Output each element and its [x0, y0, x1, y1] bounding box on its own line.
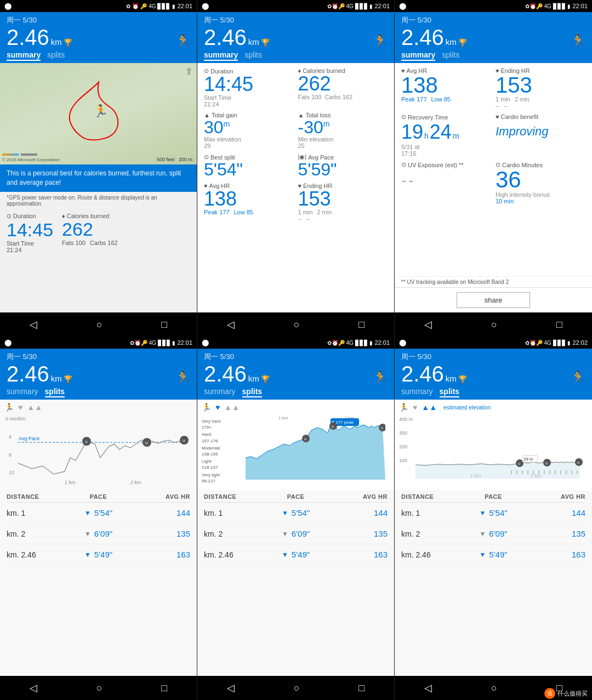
- home-btn-4[interactable]: ○: [96, 682, 103, 694]
- split-pace-col-1-3: ▼ 5'49": [45, 550, 152, 559]
- home-btn-1[interactable]: ○: [96, 319, 103, 331]
- run-icon-chart-1: 🏃: [4, 403, 14, 412]
- tab-summary-5[interactable]: summary: [204, 387, 236, 397]
- date-1: 周一 5/30: [7, 15, 190, 25]
- status-icons-3: ✿⏰🔑 4G ▊▊▊ ▮ 22:01: [525, 3, 588, 9]
- sh-pace: PACE: [45, 493, 152, 500]
- key-icon: 🔑: [140, 3, 147, 9]
- ending-hr-col-2: ♥ Ending HR 153 1 min 2 min -- --: [298, 183, 388, 222]
- trophy-icon-3: 🏆: [458, 38, 467, 47]
- back-btn-2[interactable]: ◁: [227, 318, 235, 331]
- tab-splits-5[interactable]: splits: [242, 387, 263, 397]
- date-4: 周一 5/30: [7, 352, 190, 362]
- calories-value: 262: [62, 219, 118, 240]
- panel-2: ⬤ ✿⏰🔑 4G ▊▊▊ ▮ 22:01 周一 5/30 2.46 km 🏆 🏃: [197, 0, 395, 337]
- start-time-val: 21:24: [7, 247, 53, 253]
- tab-splits-6[interactable]: splits: [440, 387, 460, 397]
- tab-summary-6[interactable]: summary: [401, 387, 433, 397]
- tab-summary-2[interactable]: summary: [204, 50, 238, 61]
- zone-light: Light118-137: [202, 458, 246, 470]
- avg-hr-col-2: ♥ Avg HR 138 Peak 177 Low 85: [204, 183, 294, 222]
- square-btn-5[interactable]: □: [358, 682, 365, 694]
- scale-feet: 500 feet: [157, 157, 175, 162]
- uv-note: ** UV tracking available on Microsoft Ba…: [395, 276, 592, 287]
- elev-chart-svg: 400 m 300 200 100 1 km 2 km u 2: [399, 413, 585, 479]
- date-2: 周一 5/30: [204, 15, 388, 25]
- status-bar-6: ⬤ ✿⏰🔑 4G ▊▊▊ ▮ 22:02: [395, 337, 592, 349]
- header-1: 周一 5/30 2.46 km 🏆 🏃 summary splits: [0, 12, 197, 63]
- signal-4g: 4G: [149, 3, 156, 9]
- svg-text:12: 12: [9, 470, 14, 475]
- header-3: 周一 5/30 2.46 km 🏆 🏃 summary splits: [395, 12, 592, 63]
- tab-splits-2[interactable]: splits: [244, 50, 262, 61]
- band-icon-3: ⬤: [399, 2, 406, 10]
- bottom-nav-4: ◁ ○ □: [0, 676, 197, 700]
- dist-unit-2: km: [248, 37, 259, 47]
- avg-pace-col: |◉| Avg Pace 5'59": [298, 153, 388, 178]
- back-btn-3[interactable]: ◁: [424, 318, 432, 331]
- loss-col: ▲ Total loss -30m Min elevation 25: [298, 112, 388, 149]
- mountain-icon-chart-1: ▲▲: [27, 403, 42, 412]
- duration-col: ⊙ Duration 14:45 Start Time 21:24: [7, 213, 53, 253]
- loss-unit: m: [323, 119, 330, 128]
- mountain-icon-chart-2: ▲▲: [224, 403, 240, 412]
- tab-splits-4[interactable]: splits: [45, 387, 65, 397]
- run-icon-3: 🏃: [571, 34, 585, 48]
- dist-num-3: 2.46: [401, 25, 444, 49]
- header-5: 周一 5/30 2.46 km 🏆 🏃 summary splits: [197, 349, 394, 400]
- ending-hr-val-2: 153: [298, 189, 388, 209]
- watermark-icon: 值: [544, 688, 555, 699]
- tab-summary-3[interactable]: summary: [401, 50, 435, 61]
- back-btn-5[interactable]: ◁: [227, 682, 235, 694]
- cardio-min-val: 36: [496, 168, 585, 191]
- tab-splits-1[interactable]: splits: [47, 50, 65, 61]
- fats-carbs: Fats 100 Carbs 162: [62, 240, 118, 246]
- back-btn-4[interactable]: ◁: [30, 682, 37, 694]
- zone-very-hard: Very hard176+: [202, 418, 246, 430]
- home-btn-6[interactable]: ○: [491, 682, 497, 694]
- battery: ▮: [172, 3, 175, 9]
- tab-summary-1[interactable]: summary: [7, 50, 41, 61]
- back-btn-1[interactable]: ◁: [30, 318, 37, 331]
- time-4: 22:01: [177, 339, 192, 346]
- svg-text:u: u: [381, 426, 383, 430]
- svg-text:1 km: 1 km: [278, 416, 288, 420]
- cardio-min-col: ⊙ Cardio Minutes 36 High intensity bonus…: [496, 161, 585, 204]
- start-time: Start Time: [7, 240, 53, 247]
- bottom-nav-1: ◁ ○ □: [0, 312, 197, 337]
- svg-text:1 km: 1 km: [65, 480, 76, 485]
- hr-zone-labels: Very hard176+ Hard157-176 Moderate138-15…: [202, 414, 246, 484]
- zone-hard: Hard157-176: [202, 431, 246, 443]
- run-icon-1: 🏃: [175, 34, 190, 48]
- home-btn-2[interactable]: ○: [294, 319, 300, 331]
- square-btn-4[interactable]: □: [161, 682, 167, 694]
- svg-text:u: u: [145, 440, 147, 445]
- share-icon-map[interactable]: ⇧: [185, 66, 192, 77]
- gain-unit: m: [224, 119, 230, 128]
- recovery-h-unit: h: [424, 132, 429, 140]
- ending-hr-col-3: ♥ Ending HR 153 1 min 2 min -- --: [496, 67, 585, 109]
- ending-hr-val-3: 153: [496, 74, 585, 96]
- tab-splits-3[interactable]: splits: [442, 50, 459, 61]
- header-6: 周一 5/30 2.46 km 🏆 🏃 summary splits: [395, 349, 592, 400]
- splits-table-3: DISTANCE PACE AVG HR km. 1 ▼ 5'54" 144 k…: [395, 490, 592, 676]
- app-container: ⬤ ✿ ⏰ 🔑 4G ▊▊▊ ▮ 22:01 周一 5/30 2.46 km: [0, 0, 592, 700]
- home-btn-3[interactable]: ○: [491, 319, 497, 331]
- square-btn-2[interactable]: □: [358, 319, 365, 331]
- avg-hr-val-2: 138: [204, 189, 294, 209]
- cal-val-2: 262: [298, 74, 388, 94]
- zone-very-light: Very light99-117: [202, 472, 246, 484]
- square-btn-1[interactable]: □: [161, 319, 167, 331]
- pace-arrow-1-2: ▼: [84, 530, 91, 538]
- home-btn-5[interactable]: ○: [294, 682, 300, 694]
- square-btn-3[interactable]: □: [556, 319, 562, 331]
- back-btn-6[interactable]: ◁: [424, 682, 432, 694]
- flame-icon-1: ♦: [62, 213, 65, 219]
- avg-hr-val-3: 138: [401, 74, 491, 96]
- share-button[interactable]: share: [457, 292, 531, 308]
- band-icon-2: ⬤: [202, 2, 209, 10]
- tab-summary-4[interactable]: summary: [7, 387, 38, 397]
- pace-chart-area: 🏃 ♥ ▲▲ 0 min/km 4 8 12 1 km 2 km Avg Pac…: [0, 400, 197, 490]
- header-4: 周一 5/30 2.46 km 🏆 🏃 summary splits: [0, 349, 197, 400]
- route-svg: 🏃: [44, 71, 153, 148]
